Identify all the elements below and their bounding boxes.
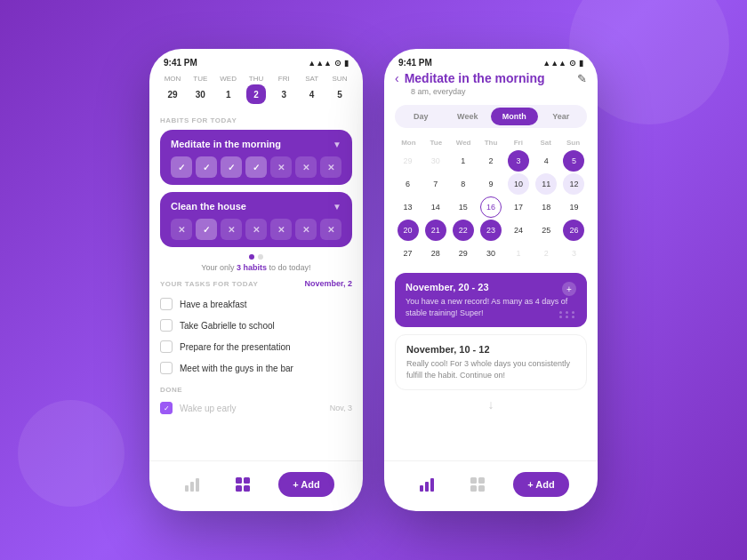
svg-rect-12: [470, 485, 477, 492]
mark-1-4: ✓: [245, 156, 267, 178]
mark-2-5: ✕: [270, 219, 292, 240]
cal-cell-4[interactable]: 4: [535, 150, 557, 172]
cal-cell-17[interactable]: 17: [508, 196, 529, 218]
day-sat[interactable]: Sat 4: [300, 75, 325, 104]
streak-card-2[interactable]: November, 10 - 12 Really cool! For 3 who…: [395, 334, 587, 390]
cal-cell-25[interactable]: 25: [535, 220, 557, 241]
cal-cell-10[interactable]: 10: [508, 173, 529, 195]
day-fri[interactable]: Fri 3: [271, 75, 296, 104]
cal-cell-24[interactable]: 24: [508, 220, 529, 241]
habit-card-2[interactable]: Clean the house ▼ ✕ ✓ ✕ ✕ ✕ ✕ ✕: [160, 192, 352, 247]
task-3-text: Prepare for the presentation: [180, 342, 291, 352]
tab-day[interactable]: Day: [398, 108, 445, 125]
task-3[interactable]: Prepare for the presentation: [160, 336, 352, 357]
cal-cell-18[interactable]: 18: [535, 196, 557, 218]
status-icons-2: ▲▲▲ ⊙ ▮: [542, 59, 583, 68]
task-1-checkbox[interactable]: [160, 298, 173, 310]
cal-cell-14[interactable]: 14: [425, 196, 446, 218]
task-3-checkbox[interactable]: [160, 340, 173, 353]
cal-cell-2[interactable]: 2: [480, 150, 502, 172]
cal-cell-16[interactable]: 16: [480, 196, 502, 218]
task-2[interactable]: Take Gabrielle to school: [160, 315, 352, 336]
habits-summary: Your only 3 habits to do today!: [160, 263, 352, 272]
cal-cell-11[interactable]: 11: [535, 173, 557, 195]
cal-cell-26[interactable]: 26: [563, 220, 584, 241]
nav-grid-icon-2[interactable]: [463, 470, 492, 499]
cal-cell-22[interactable]: 22: [453, 220, 474, 241]
tab-month[interactable]: Month: [491, 108, 538, 125]
habit-pagination: [160, 254, 352, 260]
cal-cell-3[interactable]: 3: [508, 150, 529, 172]
day-mon[interactable]: Mon 29: [160, 75, 185, 104]
task-4[interactable]: Meet with the guys in the bar: [160, 357, 352, 379]
habit-1-chevron: ▼: [333, 140, 341, 149]
cal-cell-12[interactable]: 12: [563, 173, 584, 195]
habits-section-label: HABITS FOR TODAY: [160, 116, 352, 124]
streak-card-2-text: Really cool! For 3 whole days you consis…: [406, 358, 575, 380]
battery-icon-2: ▮: [579, 59, 583, 68]
streak-card-1-title: November, 20 - 23: [406, 282, 576, 292]
cal-cell-23[interactable]: 23: [480, 220, 502, 241]
cal-cell-7[interactable]: 7: [425, 173, 446, 195]
svg-rect-8: [425, 482, 429, 492]
cal-cell-13[interactable]: 13: [398, 196, 419, 218]
nav-chart-icon[interactable]: [178, 470, 206, 499]
task-2-checkbox[interactable]: [160, 319, 173, 332]
cal-cell-6[interactable]: 6: [398, 173, 419, 195]
status-bar-2: 9:41 PM ▲▲▲ ⊙ ▮: [384, 49, 598, 71]
cal-cell-1-dec[interactable]: 1: [508, 243, 529, 264]
cal-cell-2-dec[interactable]: 2: [535, 243, 557, 264]
phones-container: 9:41 PM ▲▲▲ ⊙ ▮ Mon 29 Tue 30 Wed: [149, 49, 598, 511]
add-button-2[interactable]: + Add: [513, 472, 568, 497]
cal-cell-21[interactable]: 21: [425, 220, 446, 241]
svg-rect-5: [236, 485, 242, 492]
cal-cell-30[interactable]: 30: [480, 243, 502, 264]
task-1[interactable]: Have a breakfast: [160, 293, 352, 315]
status-time-1: 9:41 PM: [164, 58, 197, 68]
detail-subtitle: 8 am, everyday: [395, 87, 587, 96]
cal-cell-27[interactable]: 27: [398, 243, 419, 264]
habit-card-1-header: Meditate in the morning ▼: [171, 139, 341, 149]
cal-cell-20[interactable]: 20: [398, 220, 419, 241]
cal-cell-3-dec[interactable]: 3: [563, 243, 584, 264]
mark-1-3: ✓: [221, 156, 242, 178]
tasks-section-label: YOUR TASKS FOR TODAY: [160, 280, 258, 288]
done-task-1-date: Nov, 3: [330, 404, 352, 412]
cal-cell-19[interactable]: 19: [563, 196, 584, 218]
day-sun[interactable]: Sun 5: [327, 75, 352, 104]
add-button-1[interactable]: + Add: [278, 472, 333, 497]
habit-1-marks: ✓ ✓ ✓ ✓ ✕ ✕ ✕: [171, 156, 341, 178]
cal-cell-15[interactable]: 15: [453, 196, 474, 218]
cal-cell-28[interactable]: 28: [425, 243, 446, 264]
phone2-content: ‹ Meditate in the morning ✎ 8 am, everyd…: [384, 71, 598, 460]
cal-cell-30-oct[interactable]: 30: [425, 150, 446, 172]
signal-icon-1: ▲▲▲: [308, 59, 332, 68]
mark-2-1: ✕: [171, 219, 192, 240]
cal-cell-29[interactable]: 29: [453, 243, 474, 264]
cal-cell-9[interactable]: 9: [480, 173, 502, 195]
nav-chart-icon-2[interactable]: [413, 470, 441, 499]
cal-body: 29 30 1 2 3 4 5 6 7 8 9 10 11 12 13: [395, 150, 587, 264]
day-wed[interactable]: Wed 1: [216, 75, 241, 104]
streak-card-1-plus: +: [562, 282, 576, 296]
edit-icon[interactable]: ✎: [577, 72, 587, 85]
tab-year[interactable]: Year: [538, 108, 585, 125]
mark-1-5: ✕: [270, 156, 292, 178]
habit-card-1[interactable]: Meditate in the morning ▼ ✓ ✓ ✓ ✓ ✕ ✕ ✕: [160, 130, 352, 185]
task-4-checkbox[interactable]: [160, 362, 173, 374]
cal-cell-5[interactable]: 5: [563, 150, 584, 172]
svg-rect-4: [244, 477, 250, 484]
wifi-icon-1: ⊙: [334, 59, 341, 68]
week-strip: Mon 29 Tue 30 Wed 1 Thu 2 Fri 3: [160, 71, 352, 111]
task-2-text: Take Gabrielle to school: [180, 321, 275, 331]
streak-card-1[interactable]: November, 20 - 23 You have a new record!…: [395, 273, 587, 327]
cal-cell-8[interactable]: 8: [453, 173, 474, 195]
tab-week[interactable]: Week: [445, 108, 492, 125]
cal-cell-29-oct[interactable]: 29: [398, 150, 419, 172]
done-task-1-checkbox: ✓: [160, 402, 173, 414]
back-button[interactable]: ‹: [395, 71, 399, 85]
day-tue[interactable]: Tue 30: [188, 75, 213, 104]
day-thu-active[interactable]: Thu 2: [244, 75, 269, 104]
cal-cell-1[interactable]: 1: [453, 150, 474, 172]
nav-grid-icon[interactable]: [229, 470, 257, 499]
